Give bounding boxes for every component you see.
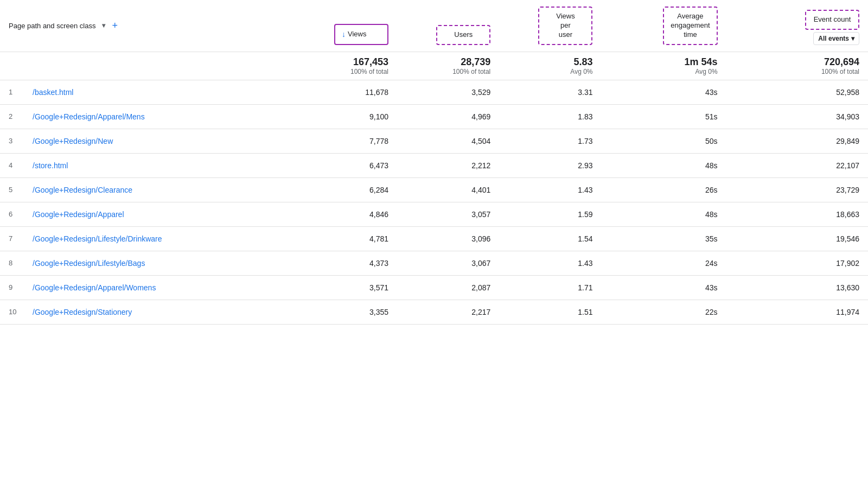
row-views-per-user-value: 1.59 bbox=[508, 210, 592, 219]
page-path-column-label: Page path and screen class bbox=[9, 22, 95, 30]
page-path-link[interactable]: /basket.html bbox=[33, 88, 73, 97]
row-avg-engagement-value: 50s bbox=[610, 137, 717, 145]
summary-users-value: 28,739 bbox=[406, 56, 490, 68]
views-per-user-header-box[interactable]: Viewsperuser bbox=[538, 7, 592, 45]
summary-row: 167,453 100% of total 28,739 100% of tot… bbox=[0, 52, 868, 80]
views-header-box[interactable]: ↓ Views bbox=[334, 24, 388, 45]
row-avg-engagement-cell: 22s bbox=[601, 300, 726, 324]
event-count-filter-label: All events bbox=[818, 35, 849, 42]
row-views-per-user-cell: 1.54 bbox=[499, 226, 601, 251]
row-views-per-user-cell: 1.71 bbox=[499, 275, 601, 300]
row-users-cell: 4,504 bbox=[397, 129, 499, 153]
views-label: Views bbox=[348, 30, 366, 39]
row-page-cell: 6 /Google+Redesign/Apparel bbox=[0, 202, 295, 226]
analytics-table: Page path and screen class ▾ + ↓ Views bbox=[0, 0, 868, 325]
table-row: 9 /Google+Redesign/Apparel/Womens 3,571 … bbox=[0, 275, 868, 300]
table-row: 2 /Google+Redesign/Apparel/Mens 9,100 4,… bbox=[0, 104, 868, 129]
page-path-link[interactable]: /Google+Redesign/Apparel bbox=[33, 210, 124, 219]
row-event-count-value: 19,546 bbox=[735, 234, 859, 243]
row-event-count-cell: 18,663 bbox=[726, 202, 868, 226]
avg-engagement-label: Averageengagementtime bbox=[671, 12, 710, 39]
row-views-value: 6,284 bbox=[304, 186, 388, 194]
summary-avg-engagement-sub: Avg 0% bbox=[610, 68, 717, 75]
row-avg-engagement-value: 48s bbox=[610, 210, 717, 219]
col-header-views-per-user[interactable]: Viewsperuser bbox=[499, 0, 601, 52]
row-event-count-cell: 52,958 bbox=[726, 80, 868, 104]
col-header-event-count[interactable]: Event count All events ▾ bbox=[726, 0, 868, 52]
add-dimension-button[interactable]: + bbox=[112, 20, 118, 31]
row-avg-engagement-cell: 43s bbox=[601, 275, 726, 300]
row-views-value: 4,373 bbox=[304, 259, 388, 268]
row-number: 7 bbox=[9, 234, 26, 243]
row-users-cell: 2,217 bbox=[397, 300, 499, 324]
row-event-count-cell: 13,630 bbox=[726, 275, 868, 300]
row-views-cell: 4,781 bbox=[295, 226, 397, 251]
row-users-value: 4,504 bbox=[406, 137, 490, 145]
row-users-value: 4,969 bbox=[406, 112, 490, 121]
row-views-per-user-value: 2.93 bbox=[508, 161, 592, 170]
row-event-count-value: 52,958 bbox=[735, 88, 859, 97]
row-event-count-cell: 34,903 bbox=[726, 104, 868, 129]
row-page-cell: 8 /Google+Redesign/Lifestyle/Bags bbox=[0, 251, 295, 275]
row-event-count-value: 13,630 bbox=[735, 283, 859, 292]
summary-users-sub: 100% of total bbox=[406, 68, 490, 75]
row-views-value: 4,846 bbox=[304, 210, 388, 219]
row-avg-engagement-cell: 51s bbox=[601, 104, 726, 129]
row-avg-engagement-value: 48s bbox=[610, 161, 717, 170]
page-path-link[interactable]: /Google+Redesign/New bbox=[33, 137, 113, 145]
row-users-value: 3,529 bbox=[406, 88, 490, 97]
row-views-per-user-cell: 1.83 bbox=[499, 104, 601, 129]
row-users-cell: 4,969 bbox=[397, 104, 499, 129]
col-header-views[interactable]: ↓ Views bbox=[295, 0, 397, 52]
row-number: 9 bbox=[9, 283, 26, 291]
row-views-per-user-value: 1.71 bbox=[508, 283, 592, 292]
table-row: 7 /Google+Redesign/Lifestyle/Drinkware 4… bbox=[0, 226, 868, 251]
row-users-cell: 3,067 bbox=[397, 251, 499, 275]
row-avg-engagement-cell: 24s bbox=[601, 251, 726, 275]
row-views-value: 6,473 bbox=[304, 161, 388, 170]
row-event-count-value: 29,849 bbox=[735, 137, 859, 145]
page-path-link[interactable]: /Google+Redesign/Lifestyle/Bags bbox=[33, 259, 145, 268]
row-users-value: 3,067 bbox=[406, 259, 490, 268]
table-row: 8 /Google+Redesign/Lifestyle/Bags 4,373 … bbox=[0, 251, 868, 275]
row-avg-engagement-value: 26s bbox=[610, 186, 717, 194]
row-views-per-user-value: 1.54 bbox=[508, 234, 592, 243]
row-avg-engagement-cell: 35s bbox=[601, 226, 726, 251]
row-avg-engagement-cell: 50s bbox=[601, 129, 726, 153]
row-views-per-user-cell: 2.93 bbox=[499, 153, 601, 177]
row-event-count-cell: 11,974 bbox=[726, 300, 868, 324]
page-path-link[interactable]: /Google+Redesign/Clearance bbox=[33, 186, 132, 194]
summary-event-count-cell: 720,694 100% of total bbox=[726, 52, 868, 80]
row-views-per-user-value: 1.43 bbox=[508, 186, 592, 194]
row-views-cell: 7,778 bbox=[295, 129, 397, 153]
page-path-link[interactable]: /Google+Redesign/Apparel/Womens bbox=[33, 283, 156, 292]
row-views-cell: 4,373 bbox=[295, 251, 397, 275]
page-path-link[interactable]: /store.html bbox=[33, 161, 68, 170]
page-path-link[interactable]: /Google+Redesign/Stationery bbox=[33, 308, 132, 316]
row-number: 6 bbox=[9, 210, 26, 218]
avg-engagement-header-box[interactable]: Averageengagementtime bbox=[663, 7, 717, 45]
row-avg-engagement-value: 35s bbox=[610, 234, 717, 243]
row-views-cell: 9,100 bbox=[295, 104, 397, 129]
col-header-avg-engagement[interactable]: Averageengagementtime bbox=[601, 0, 726, 52]
event-count-dropdown[interactable]: All events ▾ bbox=[813, 32, 859, 45]
row-users-cell: 4,401 bbox=[397, 177, 499, 202]
event-count-header-box[interactable]: Event count bbox=[805, 10, 859, 30]
page-path-dropdown-icon[interactable]: ▾ bbox=[102, 22, 105, 29]
users-header-box[interactable]: Users bbox=[436, 25, 490, 45]
row-views-cell: 11,678 bbox=[295, 80, 397, 104]
sort-descending-icon: ↓ bbox=[342, 29, 346, 39]
summary-views-cell: 167,453 100% of total bbox=[295, 52, 397, 80]
row-views-value: 3,355 bbox=[304, 308, 388, 316]
row-event-count-cell: 29,849 bbox=[726, 129, 868, 153]
row-users-cell: 3,529 bbox=[397, 80, 499, 104]
page-path-link[interactable]: /Google+Redesign/Apparel/Mens bbox=[33, 112, 145, 121]
page-path-link[interactable]: /Google+Redesign/Lifestyle/Drinkware bbox=[33, 234, 162, 243]
summary-views-sub: 100% of total bbox=[304, 68, 388, 75]
col-header-users[interactable]: Users bbox=[397, 0, 499, 52]
summary-views-value: 167,453 bbox=[304, 56, 388, 68]
row-views-per-user-value: 1.43 bbox=[508, 259, 592, 268]
row-event-count-cell: 22,107 bbox=[726, 153, 868, 177]
row-page-cell: 3 /Google+Redesign/New bbox=[0, 129, 295, 153]
row-avg-engagement-cell: 48s bbox=[601, 153, 726, 177]
